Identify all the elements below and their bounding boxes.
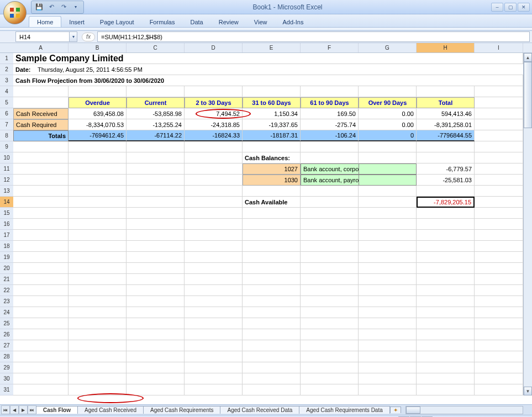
row-header-28[interactable]: 28 — [0, 351, 13, 362]
row-header-15[interactable]: 15 — [0, 208, 13, 219]
tab-nav-first-icon[interactable]: ⏮ — [1, 405, 10, 414]
row-header-25[interactable]: 25 — [0, 318, 13, 329]
hdr-31-60[interactable]: 31 to 60 Days — [243, 97, 301, 108]
row-header-8[interactable]: 8 — [0, 130, 13, 141]
row-header-30[interactable]: 30 — [0, 373, 13, 384]
sheet-tab-aged-cash-received[interactable]: Aged Cash Received — [77, 406, 144, 414]
cell-cash-required-label[interactable]: Cash Required — [13, 119, 69, 130]
row-header-5[interactable]: 5 — [0, 97, 13, 108]
cell-a2-date-value[interactable]: Thursday, August 25, 2011 4:56:55 PM — [35, 64, 523, 75]
row-header-22[interactable]: 22 — [0, 285, 13, 296]
spreadsheet-grid[interactable]: 1 2 3 4 5 6 7 8 9 10 11 12 13 14 15 16 1… — [0, 43, 532, 404]
row-header-23[interactable]: 23 — [0, 296, 13, 307]
row-header-17[interactable]: 17 — [0, 230, 13, 241]
close-button[interactable]: ✕ — [518, 3, 530, 12]
cash-available-label[interactable]: Cash Available — [243, 197, 301, 208]
tab-nav-last-icon[interactable]: ⏭ — [28, 405, 36, 414]
col-header-d[interactable]: D — [185, 43, 243, 52]
scroll-up-icon[interactable]: ▲ — [524, 53, 532, 62]
row-header-24[interactable]: 24 — [0, 307, 13, 318]
save-icon[interactable]: 💾 — [35, 3, 44, 12]
hdr-current[interactable]: Current — [127, 97, 185, 108]
title-bar: 💾 ↶ ↷ ▾ Book1 - Microsoft Excel – ▢ ✕ — [0, 0, 532, 14]
undo-icon[interactable]: ↶ — [47, 3, 56, 12]
row-header-12[interactable]: 12 — [0, 175, 13, 186]
row-header-1[interactable]: 1 — [0, 53, 13, 64]
cell-cash-received-label[interactable]: Cash Received — [13, 108, 69, 119]
sheet-tab-aged-cash-requirements[interactable]: Aged Cash Requirements — [143, 406, 221, 414]
col-header-c[interactable]: C — [127, 43, 185, 52]
sheet-tab-aged-cash-requirements-data[interactable]: Aged Cash Requirements Data — [299, 406, 389, 414]
col-header-h[interactable]: H — [417, 43, 475, 52]
svg-rect-0 — [10, 8, 14, 12]
quick-access-toolbar: 💾 ↶ ↷ ▾ — [31, 1, 84, 14]
formula-input[interactable]: =SUM(H11:H12,$H$8) — [97, 31, 530, 42]
sheet-tab-aged-cash-received-data[interactable]: Aged Cash Received Data — [220, 406, 299, 414]
row-header-31[interactable]: 31 — [0, 384, 13, 395]
row-header-10[interactable]: 10 — [0, 152, 13, 163]
name-box[interactable]: H14 — [15, 31, 70, 42]
vscroll-thumb[interactable] — [524, 62, 532, 128]
tab-nav-prev-icon[interactable]: ◀ — [10, 405, 19, 414]
sheet-tab-cash-flow[interactable]: Cash Flow — [36, 406, 78, 414]
tab-page-layout[interactable]: Page Layout — [92, 17, 142, 27]
row-header-9[interactable]: 9 — [0, 141, 13, 152]
minimize-button[interactable]: – — [491, 3, 503, 12]
row-header-14[interactable]: 14 — [0, 197, 13, 208]
col-header-f[interactable]: F — [301, 43, 359, 52]
tab-add-ins[interactable]: Add-Ins — [275, 17, 311, 27]
horizontal-scrollbar[interactable] — [405, 406, 523, 414]
row-header-19[interactable]: 19 — [0, 252, 13, 263]
col-header-g[interactable]: G — [359, 43, 417, 52]
cell-totals-label[interactable]: Totals — [13, 130, 69, 141]
row-header-4[interactable]: 4 — [0, 86, 13, 97]
row-header-29[interactable]: 29 — [0, 362, 13, 373]
qat-dropdown-icon[interactable]: ▾ — [71, 3, 80, 12]
cell-h14-cash-available[interactable]: -7,829,205.15 — [417, 197, 475, 208]
row-header-20[interactable]: 20 — [0, 263, 13, 274]
hdr-2-30[interactable]: 2 to 30 Days — [185, 97, 243, 108]
row-header-13[interactable]: 13 — [0, 186, 13, 197]
sheet-tab-bar: ⏮ ◀ ▶ ⏭ Cash Flow Aged Cash Received Age… — [0, 404, 532, 415]
hdr-total[interactable]: Total — [417, 97, 475, 108]
redo-icon[interactable]: ↷ — [59, 3, 68, 12]
cell-a3-projection[interactable]: Cash Flow Projection from 30/06/2020 to … — [13, 75, 523, 86]
tab-insert[interactable]: Insert — [61, 17, 92, 27]
tab-nav-next-icon[interactable]: ▶ — [19, 405, 28, 414]
maximize-button[interactable]: ▢ — [504, 3, 517, 12]
row-header-16[interactable]: 16 — [0, 219, 13, 230]
office-button[interactable] — [3, 1, 27, 24]
col-header-a[interactable]: A — [13, 43, 69, 52]
tab-view[interactable]: View — [246, 17, 275, 27]
svg-rect-2 — [10, 14, 14, 18]
vertical-scrollbar[interactable]: ▲ ▼ — [523, 53, 532, 395]
select-all-corner[interactable] — [0, 43, 13, 53]
cell-a1-title[interactable]: Sample Company Limited — [13, 53, 523, 64]
col-header-i[interactable]: I — [475, 43, 523, 52]
col-header-e[interactable]: E — [243, 43, 301, 52]
insert-sheet-icon[interactable]: ✦ — [390, 407, 401, 413]
tab-formulas[interactable]: Formulas — [142, 17, 183, 27]
hscroll-thumb[interactable] — [406, 407, 420, 414]
scroll-down-icon[interactable]: ▼ — [524, 387, 532, 395]
col-header-b[interactable]: B — [69, 43, 127, 52]
row-header-27[interactable]: 27 — [0, 340, 13, 351]
row-header-6[interactable]: 6 — [0, 108, 13, 119]
tab-review[interactable]: Review — [211, 17, 246, 27]
name-box-dropdown[interactable]: ▾ — [70, 31, 77, 42]
hdr-overdue[interactable]: Overdue — [69, 97, 127, 108]
cell-a2-date-label[interactable]: Date: — [13, 64, 35, 75]
tab-data[interactable]: Data — [182, 17, 210, 27]
row-header-18[interactable]: 18 — [0, 241, 13, 252]
fx-icon[interactable]: fx — [82, 33, 95, 41]
row-header-7[interactable]: 7 — [0, 119, 13, 130]
cash-balances-label[interactable]: Cash Balances: — [243, 152, 301, 163]
row-header-3[interactable]: 3 — [0, 75, 13, 86]
row-header-26[interactable]: 26 — [0, 329, 13, 340]
tab-home[interactable]: Home — [29, 16, 61, 27]
row-header-11[interactable]: 11 — [0, 163, 13, 175]
row-header-21[interactable]: 21 — [0, 274, 13, 285]
row-header-2[interactable]: 2 — [0, 64, 13, 75]
hdr-over-90[interactable]: Over 90 Days — [359, 97, 417, 108]
hdr-61-90[interactable]: 61 to 90 Days — [301, 97, 359, 108]
